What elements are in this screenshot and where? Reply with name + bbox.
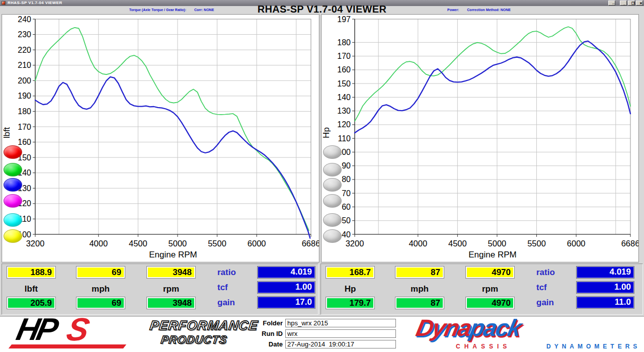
run-button-cyan[interactable]: [4, 213, 22, 227]
torque-chart-panel: 2402302202102001901801701601501401301201…: [2, 14, 319, 262]
svg-text:4000: 4000: [409, 239, 427, 248]
date-field[interactable]: [285, 340, 396, 348]
svg-text:240: 240: [18, 15, 31, 24]
svg-text:60: 60: [342, 203, 351, 211]
cursor-mph-value: 69: [76, 267, 125, 278]
svg-text:4000: 4000: [89, 239, 108, 248]
svg-text:5500: 5500: [208, 239, 226, 248]
svg-text:180: 180: [18, 107, 31, 116]
cursor-torque-value: 188.9: [7, 267, 55, 278]
dynapack-dyna-text: Dyna: [414, 314, 473, 341]
svg-text:6000: 6000: [248, 239, 266, 248]
folder-field[interactable]: [285, 319, 396, 327]
run-slot-button-3[interactable]: [323, 178, 342, 192]
run-slot-button-5[interactable]: [323, 213, 342, 227]
svg-text:220: 220: [18, 46, 31, 54]
folder-label: Folder: [251, 319, 283, 327]
svg-text:5500: 5500: [527, 239, 546, 248]
torque-plot[interactable]: 2402302202102001901801701601501401301201…: [2, 15, 319, 262]
svg-text:170: 170: [18, 123, 31, 131]
compare-rpm-value: 3948: [147, 297, 195, 309]
compare-mph-value: 69: [76, 297, 125, 309]
svg-text:5000: 5000: [169, 239, 187, 248]
hps-performance-text: PERFORMANCE: [149, 318, 259, 333]
ratio-label: ratio: [217, 268, 236, 278]
svg-text:6000: 6000: [567, 239, 586, 248]
run-info-form: Folder Run ID Date: [251, 319, 401, 350]
power-readout-panel: 168.7 87 4970 Hp mph rpm 179.7 87 4970 r…: [320, 263, 643, 315]
svg-text:140: 140: [337, 93, 351, 102]
svg-text:160: 160: [18, 138, 31, 146]
svg-text:Engine RPM: Engine RPM: [468, 250, 516, 259]
run-button-blue[interactable]: [4, 178, 22, 192]
svg-text:Hp: Hp: [321, 127, 331, 138]
run-slot-button-2[interactable]: [323, 163, 342, 177]
run-slot-button-6[interactable]: [323, 229, 342, 243]
tcf-label-2: tcf: [536, 283, 547, 293]
svg-text:80: 80: [342, 175, 351, 184]
power-plot[interactable]: 1971801701601501401301201101009080706050…: [321, 15, 638, 262]
ratio-value-2: 4.019: [577, 267, 634, 278]
window-restore-button[interactable]: ❐: [628, 1, 635, 6]
run-slot-button-1[interactable]: [323, 145, 342, 159]
compare-mph-value-2: 87: [395, 297, 444, 309]
gain-label-2: gain: [536, 298, 554, 308]
svg-text:180: 180: [337, 38, 351, 47]
svg-text:5000: 5000: [488, 239, 507, 248]
hp-unit-label: Hp: [326, 284, 374, 295]
run-button-red[interactable]: [4, 145, 22, 159]
rpm-unit-label: rpm: [147, 284, 195, 295]
svg-text:lbft: lbft: [2, 127, 12, 138]
dynapack-pack-text: pack: [467, 314, 523, 341]
svg-text:110: 110: [338, 134, 351, 143]
gain-value-2: 11.0: [577, 297, 634, 308]
hps-logo-s-text: S: [64, 312, 93, 347]
svg-text:230: 230: [18, 30, 31, 39]
run-id-label: Run ID: [251, 330, 283, 337]
svg-text:197: 197: [337, 15, 351, 24]
run-button-magenta[interactable]: [4, 194, 22, 208]
tcf-value-2: 1.00: [577, 282, 634, 293]
run-slot-button-4[interactable]: [323, 194, 342, 208]
mph-unit-label-2: mph: [395, 284, 444, 295]
cursor-rpm-value-2: 4970: [466, 267, 514, 278]
power-correction-text: Correction Method: NONE: [467, 8, 511, 12]
svg-text:3200: 3200: [346, 239, 364, 248]
dynapack-logo: Dynapack CHASSIS DYNAMOMETERS: [412, 317, 641, 351]
hps-logo: HP S PERFORMANCE PRODUCTS: [3, 317, 245, 352]
svg-text:4500: 4500: [129, 239, 147, 248]
svg-text:90: 90: [342, 161, 351, 170]
page-title: RHAS-SP V1.7-04 VIEWER: [258, 4, 386, 15]
svg-text:6686: 6686: [302, 239, 319, 248]
rpm-unit-label-2: rpm: [466, 284, 514, 295]
ratio-value: 4.019: [258, 267, 315, 278]
power-caption-text: Power:: [447, 8, 459, 12]
run-id-field[interactable]: [285, 329, 396, 338]
svg-text:210: 210: [18, 61, 31, 69]
mph-unit-label: mph: [76, 284, 125, 295]
window-pin-button[interactable]: ↔: [608, 1, 615, 6]
torque-caption-text: Torque (Axle Torque / Gear Ratio):: [129, 8, 186, 12]
torque-chart-caption: Torque (Axle Torque / Gear Ratio):Corr: …: [129, 8, 214, 12]
svg-text:40: 40: [342, 230, 351, 239]
torque-unit-label: lbft: [7, 284, 55, 295]
window-close-button[interactable]: ✕: [636, 1, 643, 6]
svg-text:70: 70: [342, 189, 351, 198]
svg-text:200: 200: [18, 76, 31, 85]
tcf-value: 1.00: [258, 282, 315, 293]
app-icon: [2, 1, 6, 5]
gain-label: gain: [217, 298, 235, 308]
hps-logo-hp-text: HP: [14, 312, 59, 347]
run-button-green[interactable]: [4, 163, 22, 177]
window-minimize-button[interactable]: _: [620, 1, 627, 6]
cursor-mph-value-2: 87: [395, 267, 444, 278]
svg-text:150: 150: [337, 79, 351, 88]
tcf-label: tcf: [217, 283, 228, 293]
ratio-label-2: ratio: [536, 268, 555, 278]
cursor-rpm-value: 3948: [147, 267, 195, 278]
compare-torque-value: 205.9: [7, 297, 55, 309]
svg-text:3200: 3200: [26, 239, 45, 248]
run-button-yellow[interactable]: [4, 229, 22, 243]
torque-correction-text: Corr: NONE: [194, 8, 214, 12]
svg-text:130: 130: [337, 107, 351, 115]
